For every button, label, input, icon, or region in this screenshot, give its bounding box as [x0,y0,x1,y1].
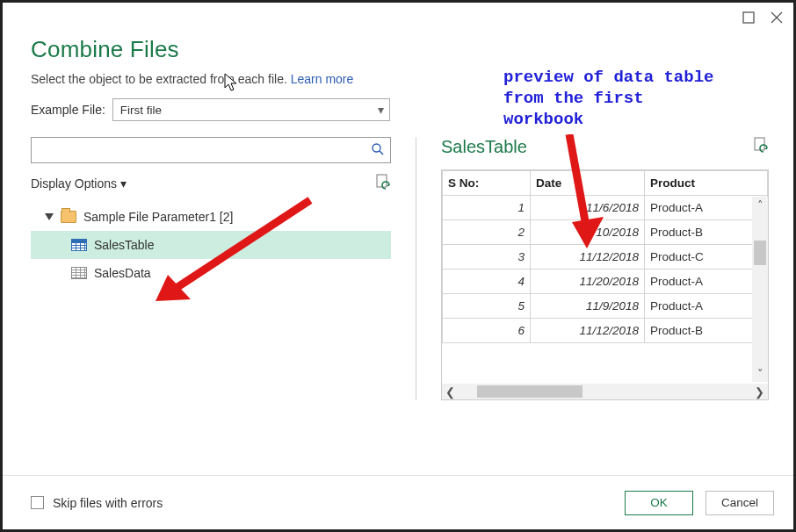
dialog-footer: Skip files with errors OK Cancel [3,475,793,529]
worksheet-icon [71,267,87,279]
table-icon [71,239,87,251]
example-file-label: Example File: [31,103,105,117]
dialog-subheader: Select the object to be extracted from e… [31,72,769,86]
search-icon [371,142,385,159]
folder-icon [61,211,76,223]
scroll-left-icon: ❮ [445,386,455,398]
search-box[interactable] [31,137,391,163]
cancel-button[interactable]: Cancel [706,491,774,515]
vertical-scrollbar[interactable]: ˄ ˅ [752,197,768,382]
table-row[interactable]: 111/6/2018Product-A [443,196,768,220]
table-row[interactable]: 611/12/2018Product-B [443,319,768,343]
footer-buttons: OK Cancel [625,491,774,515]
pane-divider [416,137,416,400]
example-file-select[interactable]: First file ▾ [112,98,390,121]
svg-line-4 [380,151,383,155]
tree-item-label: SalesTable [94,238,155,252]
learn-more-link[interactable]: Learn more [291,72,354,86]
skip-errors-checkbox[interactable]: Skip files with errors [31,496,163,510]
table-row[interactable]: 511/9/2018Product-A [443,294,768,319]
horizontal-scrollbar[interactable]: ❮ ❯ [442,384,768,399]
combine-files-dialog: Combine Files Select the object to be ex… [0,0,796,532]
preview-table-container: S No: Date Product 111/6/2018Product-A 2… [441,169,769,400]
navigator-pane: Display Options ▾ Sample File Parameter1… [31,137,391,400]
navigator-tree: Sample File Parameter1 [2] SalesTable Sa… [31,203,391,287]
tree-item-salesdata[interactable]: SalesData [31,259,391,287]
col-header[interactable]: Product [645,171,768,196]
scroll-down-icon: ˅ [757,368,763,379]
scroll-right-icon: ❯ [755,386,764,398]
scrollbar-thumb[interactable] [477,385,583,398]
display-options-label: Display Options [31,176,117,191]
collapse-icon [45,213,54,220]
preview-title-row: SalesTable [441,137,769,157]
refresh-icon[interactable] [753,137,769,157]
display-options-row: Display Options ▾ [31,174,391,192]
titlebar [3,3,793,29]
search-input[interactable] [39,143,371,158]
tree-item-label: SalesData [94,266,151,280]
preview-pane: SalesTable S No: Date Product [441,137,769,400]
scrollbar-thumb[interactable] [754,241,766,265]
preview-title: SalesTable [441,137,527,157]
chevron-down-icon: ▾ [378,103,384,117]
ok-button[interactable]: OK [625,491,693,515]
table-row[interactable]: 211/10/2018Product-B [443,220,768,245]
scroll-up-icon: ˄ [757,199,763,211]
dialog-content: Combine Files Select the object to be ex… [3,29,793,475]
table-row[interactable]: 411/20/2018Product-A [443,270,768,294]
tree-item-salestable[interactable]: SalesTable [31,231,391,259]
tree-root-label: Sample File Parameter1 [2] [83,210,233,224]
maximize-icon[interactable] [742,11,755,24]
chevron-down-icon: ▾ [120,176,127,191]
col-header[interactable]: Date [531,171,645,196]
close-icon[interactable] [771,11,783,24]
preview-table: S No: Date Product 111/6/2018Product-A 2… [442,170,768,343]
table-row[interactable]: 311/12/2018Product-C [443,245,768,270]
example-file-value: First file [120,104,162,117]
subheader-text: Select the object to be extracted from e… [31,72,291,86]
svg-rect-0 [743,12,754,23]
table-header-row: S No: Date Product [443,171,768,196]
dialog-title: Combine Files [31,36,769,63]
display-options-button[interactable]: Display Options ▾ [31,176,127,191]
refresh-icon[interactable] [375,174,391,192]
checkbox-icon [31,496,44,509]
example-file-row: Example File: First file ▾ [31,98,769,121]
tree-root[interactable]: Sample File Parameter1 [2] [31,203,391,231]
split-pane: Display Options ▾ Sample File Parameter1… [31,137,769,400]
skip-errors-label: Skip files with errors [53,496,163,510]
svg-point-3 [373,144,380,152]
col-header[interactable]: S No: [443,171,531,196]
